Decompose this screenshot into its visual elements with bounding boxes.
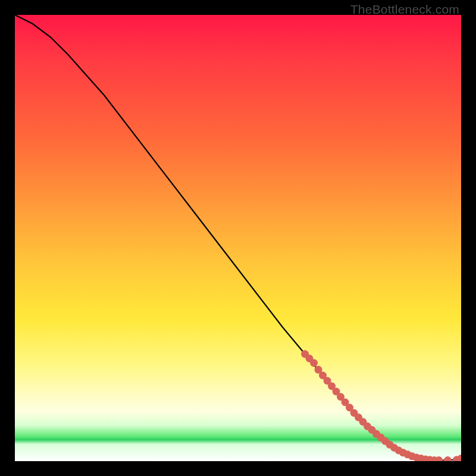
data-marker — [458, 455, 462, 461]
chart-svg — [15, 15, 461, 461]
plot-area — [15, 15, 461, 461]
data-marker — [444, 456, 452, 461]
curve-line — [15, 15, 461, 461]
watermark-text: TheBottleneck.com — [350, 2, 459, 17]
data-marker — [310, 359, 318, 367]
chart-frame: TheBottleneck.com — [0, 0, 476, 476]
curve-markers — [301, 350, 461, 462]
